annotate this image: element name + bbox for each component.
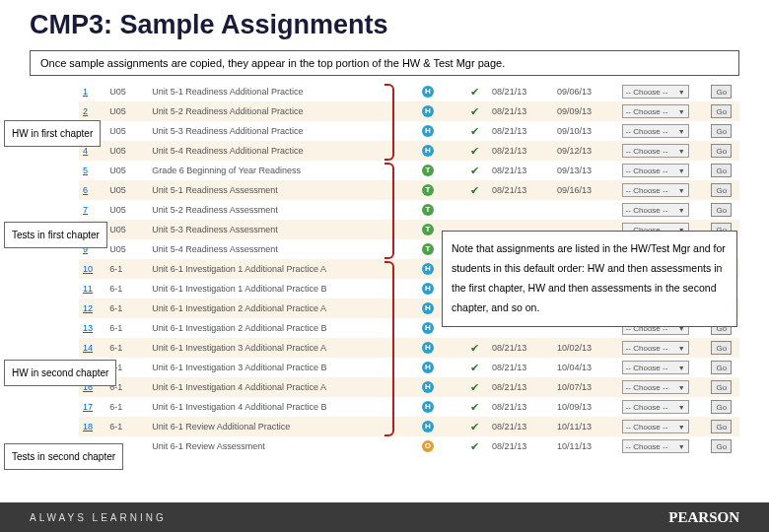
table-row: 156-1Unit 6-1 Investigation 3 Additional… bbox=[79, 358, 739, 377]
check-icon: ✔ bbox=[470, 342, 479, 354]
go-button[interactable]: Go bbox=[711, 341, 732, 355]
row-assignment-name: Unit 5-4 Readiness Assessment bbox=[148, 239, 394, 259]
bracket-hw-first bbox=[384, 84, 394, 161]
row-check: ✔ bbox=[461, 397, 488, 417]
row-due-date: 10/07/13 bbox=[553, 377, 618, 397]
row-start-date: 08/21/13 bbox=[488, 82, 553, 101]
bracket-hw-second bbox=[384, 261, 394, 436]
row-badges: H bbox=[394, 82, 461, 101]
check-icon: ✔ bbox=[470, 401, 479, 413]
go-button[interactable]: Go bbox=[711, 164, 732, 177]
choose-action-dropdown[interactable]: -- Choose --▼ bbox=[622, 144, 689, 158]
chevron-down-icon: ▼ bbox=[678, 128, 685, 135]
row-check: ✔ bbox=[461, 82, 488, 101]
go-button[interactable]: Go bbox=[711, 380, 732, 394]
chevron-down-icon: ▼ bbox=[678, 384, 685, 391]
row-due-date bbox=[553, 200, 618, 220]
go-button[interactable]: Go bbox=[711, 104, 732, 118]
callout-tests-first-chapter: Tests in first chapter bbox=[4, 222, 107, 248]
choose-action-dropdown[interactable]: -- Choose --▼ bbox=[622, 85, 689, 99]
choose-action-dropdown[interactable]: -- Choose --▼ bbox=[622, 183, 689, 197]
row-index-link[interactable]: 10 bbox=[79, 259, 105, 279]
choose-action-dropdown[interactable]: -- Choose --▼ bbox=[622, 164, 689, 177]
bracket-tests-first bbox=[384, 163, 394, 259]
row-check: ✔ bbox=[461, 377, 488, 397]
row-index-link[interactable]: 12 bbox=[79, 299, 105, 318]
badge-h-icon: H bbox=[422, 145, 434, 157]
go-button[interactable]: Go bbox=[711, 183, 732, 197]
row-badges: T bbox=[394, 200, 461, 220]
go-button[interactable]: Go bbox=[711, 420, 732, 433]
row-index-link[interactable]: 6 bbox=[79, 180, 105, 200]
row-choose-cell: -- Choose --▼ bbox=[618, 121, 708, 141]
check-icon: ✔ bbox=[470, 362, 479, 373]
table-row: 1U05Unit 5-1 Readiness Additional Practi… bbox=[79, 82, 739, 101]
row-assignment-name: Unit 5-2 Readiness Additional Practice bbox=[148, 101, 394, 121]
row-badges: T bbox=[394, 180, 461, 200]
choose-action-dropdown[interactable]: -- Choose --▼ bbox=[622, 104, 689, 118]
table-row: 146-1Unit 6-1 Investigation 3 Additional… bbox=[79, 338, 739, 358]
chevron-down-icon: ▼ bbox=[678, 89, 685, 96]
row-unit: U05 bbox=[105, 141, 148, 161]
choose-action-dropdown[interactable]: -- Choose --▼ bbox=[622, 420, 689, 433]
check-icon: ✔ bbox=[470, 165, 479, 176]
go-button[interactable]: Go bbox=[711, 439, 732, 453]
row-go-cell: Go bbox=[707, 338, 739, 358]
check-icon: ✔ bbox=[470, 86, 479, 98]
row-check: ✔ bbox=[461, 338, 488, 358]
row-index-link[interactable]: 18 bbox=[79, 417, 105, 436]
row-start-date bbox=[488, 200, 553, 220]
choose-action-dropdown[interactable]: -- Choose --▼ bbox=[622, 124, 689, 138]
row-index-link[interactable]: 11 bbox=[79, 279, 105, 299]
row-go-cell: Go bbox=[707, 377, 739, 397]
row-assignment-name: Unit 6-1 Investigation 2 Additional Prac… bbox=[148, 318, 394, 338]
row-due-date: 09/10/13 bbox=[553, 121, 618, 141]
row-unit: U05 bbox=[105, 82, 148, 101]
row-choose-cell: -- Choose --▼ bbox=[618, 200, 708, 220]
row-assignment-name: Unit 6-1 Investigation 4 Additional Prac… bbox=[148, 397, 394, 417]
row-choose-cell: -- Choose --▼ bbox=[618, 82, 708, 101]
row-unit: U05 bbox=[105, 121, 148, 141]
choose-action-dropdown[interactable]: -- Choose --▼ bbox=[622, 361, 689, 374]
go-button[interactable]: Go bbox=[711, 361, 732, 374]
choose-action-dropdown[interactable]: -- Choose --▼ bbox=[622, 439, 689, 453]
row-unit: U05 bbox=[105, 220, 148, 239]
chevron-down-icon: ▼ bbox=[678, 108, 685, 115]
go-button[interactable]: Go bbox=[711, 85, 732, 99]
row-index-link[interactable]: 17 bbox=[79, 397, 105, 417]
row-index-link[interactable]: 14 bbox=[79, 338, 105, 358]
badge-t-icon: T bbox=[422, 243, 434, 255]
table-row: 176-1Unit 6-1 Investigation 4 Additional… bbox=[79, 397, 739, 417]
row-go-cell: Go bbox=[707, 397, 739, 417]
row-index-link[interactable]: 1 bbox=[79, 82, 105, 101]
chevron-down-icon: ▼ bbox=[678, 345, 685, 352]
choose-action-dropdown[interactable]: -- Choose --▼ bbox=[622, 400, 689, 414]
chevron-down-icon: ▼ bbox=[678, 404, 685, 411]
row-due-date: 10/04/13 bbox=[553, 358, 618, 377]
row-index-link[interactable]: 2 bbox=[79, 101, 105, 121]
row-choose-cell: -- Choose --▼ bbox=[618, 141, 708, 161]
go-button[interactable]: Go bbox=[711, 203, 732, 217]
row-due-date: 10/11/13 bbox=[553, 417, 618, 436]
go-button[interactable]: Go bbox=[711, 144, 732, 158]
choose-action-dropdown[interactable]: -- Choose --▼ bbox=[622, 380, 689, 394]
row-go-cell: Go bbox=[707, 121, 739, 141]
check-icon: ✔ bbox=[470, 184, 479, 196]
row-unit: 6-1 bbox=[105, 397, 148, 417]
row-go-cell: Go bbox=[707, 161, 739, 180]
go-button[interactable]: Go bbox=[711, 400, 732, 414]
row-index-link[interactable]: 7 bbox=[79, 200, 105, 220]
go-button[interactable]: Go bbox=[711, 124, 732, 138]
row-choose-cell: -- Choose --▼ bbox=[618, 377, 708, 397]
check-icon: ✔ bbox=[470, 421, 479, 432]
choose-action-dropdown[interactable]: -- Choose --▼ bbox=[622, 203, 689, 217]
row-assignment-name: Unit 6-1 Review Assessment bbox=[148, 436, 394, 456]
row-index-link[interactable]: 13 bbox=[79, 318, 105, 338]
choose-action-dropdown[interactable]: -- Choose --▼ bbox=[622, 341, 689, 355]
row-assignment-name: Unit 6-1 Investigation 3 Additional Prac… bbox=[148, 338, 394, 358]
row-check: ✔ bbox=[461, 101, 488, 121]
row-assignment-name: Unit 5-1 Readiness Additional Practice bbox=[148, 82, 394, 101]
row-choose-cell: -- Choose --▼ bbox=[618, 161, 708, 180]
row-go-cell: Go bbox=[707, 436, 739, 456]
row-index-link[interactable]: 5 bbox=[79, 161, 105, 180]
